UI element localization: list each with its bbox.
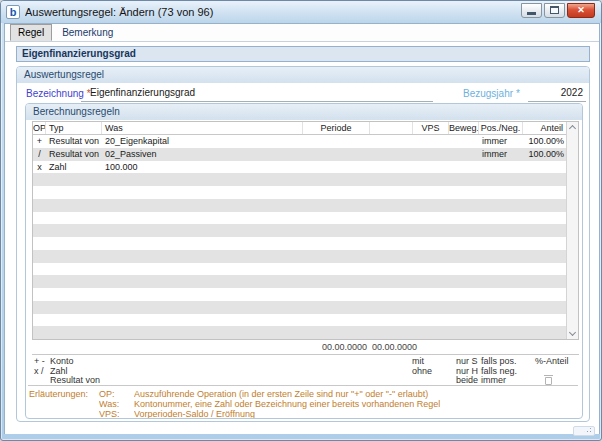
note-key: OP: (99, 389, 134, 399)
cell-vps (413, 250, 449, 263)
col-op: OP (33, 122, 46, 134)
cell-per2 (370, 161, 413, 174)
cell-bew (449, 314, 479, 327)
cell-op (33, 237, 46, 250)
minimize-icon (527, 12, 536, 15)
table-row[interactable]: +Resultat von20_Eigenkapitalimmer100.00% (33, 135, 567, 148)
cell-vps (413, 148, 449, 161)
delete-icon[interactable] (545, 377, 552, 385)
cell-was (102, 173, 303, 186)
cell-vps (413, 173, 449, 186)
cell-typ (46, 275, 102, 288)
col-vps: VPS (413, 122, 449, 134)
cell-per (303, 224, 370, 237)
minimize-button[interactable] (521, 3, 542, 18)
cell-was (102, 314, 303, 327)
cell-ant (523, 301, 567, 314)
date-format-to: 00.00.0000 (372, 342, 417, 352)
cell-ant (523, 263, 567, 276)
table-row[interactable] (33, 326, 567, 339)
cell-typ: Zahl (46, 161, 102, 174)
cell-pos (479, 288, 523, 301)
cell-per (303, 314, 370, 327)
cell-ant (523, 173, 567, 186)
table-row[interactable]: /Resultat von02_Passivenimmer100.00% (33, 148, 567, 161)
cell-pos (479, 212, 523, 225)
cell-typ (46, 199, 102, 212)
legend-beweg-options: nur S nur H beide (456, 357, 478, 386)
table-row[interactable] (33, 186, 567, 199)
bezeichnung-input[interactable]: Eigenfinanzierungsgrad (81, 87, 433, 102)
cell-was: 100.000 (102, 161, 303, 174)
close-icon: ✕ (577, 5, 585, 15)
table-row[interactable] (33, 173, 567, 186)
vertical-scrollbar[interactable] (566, 122, 578, 339)
cell-typ (46, 263, 102, 276)
note-text: Vorperioden-Saldo / Eröffnung (134, 409, 578, 419)
table-row[interactable] (33, 275, 567, 288)
cell-pos (479, 263, 523, 276)
cell-per2 (370, 212, 413, 225)
table-row[interactable] (33, 263, 567, 276)
tab-bemerkung[interactable]: Bemerkung (54, 24, 121, 41)
legend-typ-options: Konto Zahl Resultat von (50, 357, 100, 386)
bezugsjahr-input[interactable]: 2022 (528, 87, 586, 102)
cell-typ (46, 186, 102, 199)
cell-op (33, 288, 46, 301)
cell-ant (523, 237, 567, 250)
table-row[interactable]: xZahl100.000 (33, 161, 567, 174)
cell-per (303, 263, 370, 276)
cell-was (102, 237, 303, 250)
resize-grip[interactable] (583, 427, 592, 433)
legend-vps-options: mit ohne (412, 357, 432, 376)
cell-was (102, 301, 303, 314)
cell-per (303, 275, 370, 288)
cell-typ: Resultat von (46, 148, 102, 161)
table-row[interactable] (33, 314, 567, 327)
cell-was (102, 288, 303, 301)
cell-per (303, 135, 370, 148)
maximize-icon (550, 6, 559, 14)
scroll-down-icon[interactable] (569, 329, 576, 336)
cell-op (33, 250, 46, 263)
window-title: Auswertungsregel: Ändern (73 von 96) (25, 6, 521, 18)
close-button[interactable]: ✕ (567, 3, 595, 18)
cell-pos: immer (479, 148, 523, 161)
cell-was (102, 212, 303, 225)
cell-bew (449, 186, 479, 199)
cell-per (303, 301, 370, 314)
table-row[interactable] (33, 199, 567, 212)
scroll-up-icon[interactable] (569, 125, 576, 132)
cell-pos (479, 275, 523, 288)
maximize-button[interactable] (544, 3, 565, 18)
bezugsjahr-label: Bezugsjahr* (463, 88, 520, 99)
cell-vps (413, 135, 449, 148)
cell-op (33, 314, 46, 327)
cell-ant (523, 161, 567, 174)
cell-per (303, 199, 370, 212)
cell-op (33, 263, 46, 276)
window-content: Regel Bemerkung Eigenfinanzierungsgrad A… (4, 23, 600, 434)
table-row[interactable] (33, 237, 567, 250)
table-row[interactable] (33, 301, 567, 314)
cell-typ (46, 173, 102, 186)
cell-was (102, 250, 303, 263)
rules-table: OP Typ Was Periode VPS Beweg. Pos./Neg. … (32, 121, 579, 340)
cell-bew (449, 275, 479, 288)
table-row[interactable] (33, 212, 567, 225)
table-row[interactable] (33, 250, 567, 263)
cell-vps (413, 224, 449, 237)
required-marker: * (516, 88, 520, 99)
cell-per (303, 237, 370, 250)
group-berechnungsregeln-label: Berechnungsregeln (26, 104, 582, 120)
title-bar[interactable]: b Auswertungsregel: Ändern (73 von 96) ✕ (1, 1, 601, 23)
tab-regel[interactable]: Regel (10, 24, 52, 41)
cell-ant (523, 250, 567, 263)
cell-bew (449, 326, 479, 339)
cell-per (303, 326, 370, 339)
cell-typ: Resultat von (46, 135, 102, 148)
table-row[interactable] (33, 224, 567, 237)
cell-per2 (370, 224, 413, 237)
table-row[interactable] (33, 288, 567, 301)
cell-bew (449, 250, 479, 263)
